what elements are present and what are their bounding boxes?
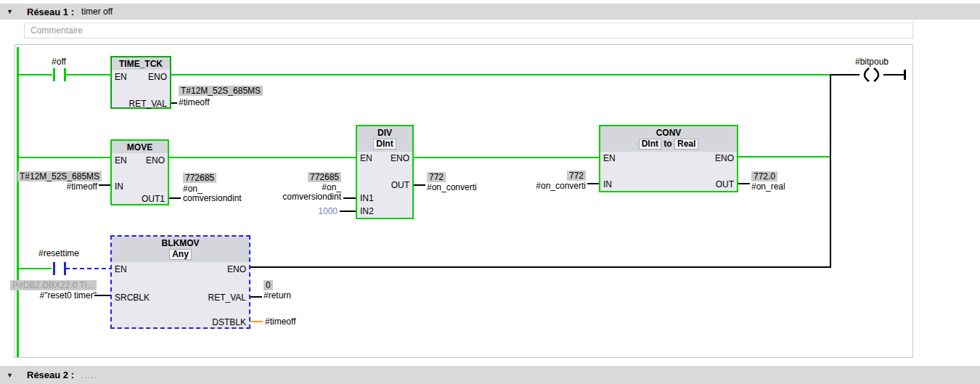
- network2-header[interactable]: ▼ Réseau 2 : .....: [0, 366, 980, 384]
- conv-in-operand[interactable]: #on_converti: [508, 181, 586, 191]
- pin-eno[interactable]: ENO: [391, 153, 409, 163]
- pin-en[interactable]: EN: [360, 153, 372, 163]
- coil-bitpoub-symbol[interactable]: [865, 68, 878, 81]
- coil-bitpoub-operand[interactable]: #bitpoub: [836, 57, 908, 67]
- block-blkmov[interactable]: BLKMOV Any EN ENO SRCBLK RET_VAL DSTBLK: [110, 235, 250, 329]
- move-out1-monitor: 772685: [183, 173, 216, 183]
- datatype-to-badge[interactable]: Real: [674, 139, 698, 150]
- div-out-monitor: 772: [427, 172, 446, 182]
- pin-in[interactable]: IN: [115, 181, 123, 192]
- lad-editor: ▼ Réseau 1 : timer off Commentaire: [0, 0, 980, 384]
- contact-resettime-symbol[interactable]: [54, 262, 65, 275]
- contact-off-symbol[interactable]: [54, 68, 65, 81]
- pin-eno[interactable]: ENO: [715, 153, 734, 163]
- move-in-monitor: T#12M_52S_685MS: [17, 171, 97, 181]
- time-tck-ret-val-monitor: T#12M_52S_685MS: [179, 86, 263, 96]
- div-in1-operand-line2[interactable]: comversiondint: [261, 192, 341, 202]
- div-in1-operand-line1[interactable]: #on_: [261, 182, 341, 192]
- pin-eno[interactable]: ENO: [148, 72, 167, 82]
- contact-resettime-operand[interactable]: #resettime: [23, 248, 95, 258]
- div-out-operand[interactable]: #on_converti: [427, 182, 477, 192]
- time-tck-ret-val-operand[interactable]: #timeoff: [179, 97, 209, 107]
- pin-in1[interactable]: IN1: [360, 193, 374, 203]
- blkmov-dstblk-operand[interactable]: #timeoff: [265, 316, 295, 327]
- pin-en[interactable]: EN: [115, 72, 127, 82]
- pin-dstblk[interactable]: DSTBLK: [212, 317, 246, 327]
- block-move[interactable]: MOVE EN ENO IN OUT1: [110, 139, 169, 205]
- pin-en[interactable]: EN: [603, 153, 616, 163]
- pin-out[interactable]: OUT: [391, 180, 409, 190]
- block-div-title: DIV: [357, 126, 412, 139]
- conv-in-monitor: 772: [508, 171, 586, 181]
- contact-off-operand[interactable]: #off: [37, 57, 81, 67]
- datatype-from-badge[interactable]: DInt: [639, 139, 661, 150]
- move-out1-operand-line2[interactable]: comversiondint: [183, 193, 242, 203]
- pin-out1[interactable]: OUT1: [142, 194, 165, 204]
- datatype-badge[interactable]: Any: [169, 249, 192, 260]
- datatype-to-word: to: [663, 139, 671, 149]
- conv-out-monitor: 772.0: [751, 171, 777, 181]
- div-in2-constant[interactable]: 1000: [290, 206, 338, 216]
- pin-eno[interactable]: ENO: [227, 264, 246, 274]
- output-bus: [830, 70, 905, 268]
- block-div-subtype[interactable]: DInt: [357, 139, 412, 152]
- block-time-tck-title: TIME_TCK: [112, 57, 170, 70]
- div-in1-monitor: 772685: [261, 172, 341, 182]
- block-time-tck[interactable]: TIME_TCK EN ENO RET_VAL: [110, 56, 171, 109]
- block-blkmov-subtype[interactable]: Any: [112, 249, 249, 262]
- block-conv[interactable]: CONV DInt to Real EN ENO IN OUT: [599, 125, 738, 192]
- conv-out-operand[interactable]: #on_real: [751, 181, 785, 192]
- blkmov-srcblk-operand[interactable]: #"reset0 timer": [10, 290, 97, 301]
- network2-subtitle[interactable]: .....: [81, 370, 97, 380]
- block-div[interactable]: DIV DInt EN ENO OUT IN1 IN2: [356, 125, 414, 219]
- blkmov-ret-val-operand[interactable]: #return: [264, 290, 291, 301]
- datatype-badge[interactable]: DInt: [373, 139, 396, 150]
- pin-out[interactable]: OUT: [716, 179, 734, 189]
- blkmov-srcblk-monitor: P#DB2.DBX22.0 TI...: [10, 280, 97, 290]
- block-move-title: MOVE: [112, 141, 168, 153]
- collapse-triangle-icon[interactable]: ▼: [7, 372, 17, 379]
- pin-eno[interactable]: ENO: [146, 155, 165, 166]
- pin-en[interactable]: EN: [115, 155, 127, 166]
- pin-in[interactable]: IN: [603, 179, 612, 189]
- pin-ret-val[interactable]: RET_VAL: [208, 293, 246, 303]
- pin-en[interactable]: EN: [115, 264, 127, 274]
- network2-title: Réseau 2 :: [27, 369, 74, 380]
- pin-in2[interactable]: IN2: [360, 206, 374, 216]
- move-in-operand[interactable]: #timeoff: [17, 181, 97, 192]
- block-conv-subtype[interactable]: DInt to Real: [600, 139, 737, 152]
- block-conv-title: CONV: [600, 126, 737, 139]
- pin-srcblk[interactable]: SRCBLK: [115, 293, 150, 303]
- blkmov-ret-val-monitor: 0: [264, 280, 273, 290]
- pin-ret-val[interactable]: RET_VAL: [129, 99, 167, 109]
- block-blkmov-title: BLKMOV: [112, 237, 249, 249]
- move-out1-operand-line1[interactable]: #on_: [183, 184, 203, 194]
